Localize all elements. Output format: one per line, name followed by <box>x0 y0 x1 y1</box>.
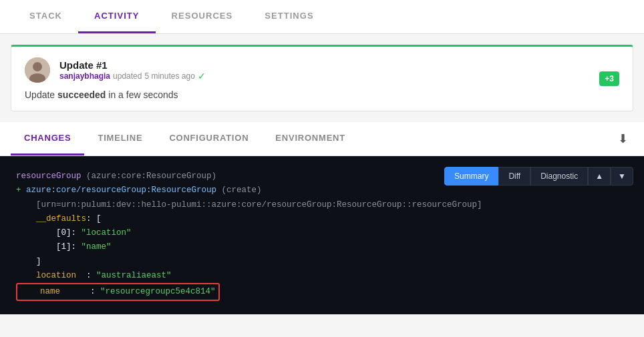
view-controls: Summary Diff Diagnostic ▲ ▼ <box>444 167 633 186</box>
update-meta-line: sanjaybhagia updated 5 minutes ago ✓ <box>59 71 206 81</box>
time-ago: 5 minutes ago <box>144 71 194 81</box>
status-suffix: in a few seconds <box>108 89 178 100</box>
diff-button[interactable]: Diff <box>498 167 530 186</box>
code-line-2: + azure:core/resourceGroup:ResourceGroup… <box>16 184 631 198</box>
code-panel: Summary Diff Diagnostic ▲ ▼ resourceGrou… <box>0 156 644 314</box>
tab-stack[interactable]: STACK <box>13 0 78 33</box>
download-button[interactable]: ⬇ <box>613 126 633 151</box>
avatar <box>25 57 50 83</box>
code-line-9: name : "resourcegroupc5e4c814" <box>16 283 631 301</box>
tab-environment[interactable]: ENVIRONMENT <box>262 122 359 155</box>
code-line-5: [0]: "location" <box>16 226 631 240</box>
tab-resources[interactable]: RESOURCES <box>156 0 249 33</box>
code-line-8: location : "australiaeast" <box>16 269 631 283</box>
badge-count: +3 <box>599 71 619 86</box>
update-card: Update #1 sanjaybhagia updated 5 minutes… <box>11 45 633 111</box>
code-line-7: ] <box>16 255 631 269</box>
code-line-6: [1]: "name" <box>16 240 631 254</box>
tab-changes[interactable]: CHANGES <box>11 122 84 155</box>
username: sanjaybhagia <box>59 71 110 81</box>
tab-timeline[interactable]: TIMELINE <box>84 122 156 155</box>
sub-tabs: CHANGES TIMELINE CONFIGURATION ENVIRONME… <box>0 122 644 156</box>
status-bold: succeeded <box>57 89 106 100</box>
code-line-3: [urn=urn:pulumi:dev::hello-pulumi::azure… <box>16 198 631 212</box>
status-prefix: Update <box>25 89 55 100</box>
tab-configuration[interactable]: CONFIGURATION <box>156 122 262 155</box>
update-header: Update #1 sanjaybhagia updated 5 minutes… <box>25 57 619 83</box>
code-line-4: __defaults: [ <box>16 212 631 226</box>
diagnostic-button[interactable]: Diagnostic <box>530 167 588 186</box>
scroll-down-button[interactable]: ▼ <box>611 167 633 186</box>
update-meta: Update #1 sanjaybhagia updated 5 minutes… <box>59 59 206 81</box>
update-status: Update succeeded in a few seconds <box>25 89 619 100</box>
action-text: updated <box>113 71 142 81</box>
summary-button[interactable]: Summary <box>444 167 498 186</box>
update-title: Update #1 <box>59 59 206 71</box>
svg-point-1 <box>33 62 42 71</box>
scroll-up-button[interactable]: ▲ <box>588 167 611 186</box>
check-icon: ✓ <box>198 71 206 81</box>
tab-activity[interactable]: ACTIVITY <box>78 0 156 33</box>
tab-settings[interactable]: SETTINGS <box>249 0 329 33</box>
top-navigation: STACK ACTIVITY RESOURCES SETTINGS <box>0 0 644 34</box>
